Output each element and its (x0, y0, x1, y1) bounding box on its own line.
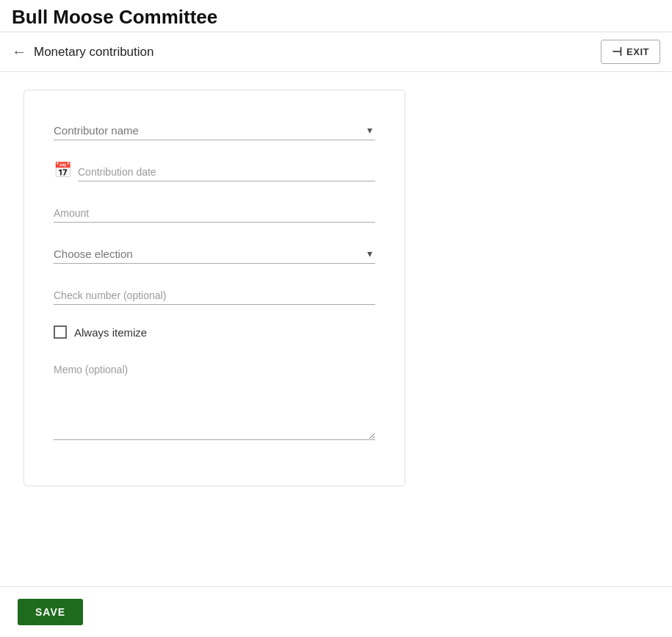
footer-bar: SAVE (0, 586, 672, 637)
choose-election-field: Choose election ▾ (54, 243, 375, 264)
always-itemize-label: Always itemize (74, 326, 147, 339)
amount-input[interactable] (54, 202, 375, 223)
page-subtitle: Monetary contribution (34, 45, 153, 60)
choose-election-select[interactable]: Choose election (54, 243, 375, 264)
exit-button[interactable]: ⊣ EXIT (601, 40, 660, 64)
date-field-row: 📅 (54, 161, 375, 181)
always-itemize-row: Always itemize (54, 325, 375, 339)
choose-election-select-wrapper: Choose election ▾ (54, 243, 375, 264)
sub-header: ← Monetary contribution ⊣ EXIT (0, 32, 672, 72)
contribution-date-input[interactable] (78, 161, 375, 181)
contributor-name-select[interactable]: Contributor name (54, 120, 375, 140)
main-content: Contributor name ▾ 📅 (0, 72, 672, 586)
form-card: Contributor name ▾ 📅 (24, 90, 405, 486)
contributor-name-select-wrapper: Contributor name ▾ (54, 120, 375, 140)
always-itemize-checkbox[interactable] (54, 325, 67, 339)
back-arrow-icon[interactable]: ← (12, 43, 26, 60)
page-wrapper: Bull Moose Committee ← Monetary contribu… (0, 0, 672, 637)
memo-textarea[interactable] (54, 359, 375, 440)
check-number-input[interactable] (54, 284, 375, 305)
exit-label: EXIT (626, 46, 649, 57)
org-title: Bull Moose Committee (12, 6, 660, 29)
calendar-icon: 📅 (54, 161, 72, 179)
amount-field (54, 202, 375, 223)
check-number-field (54, 284, 375, 305)
contribution-date-field: 📅 (54, 161, 375, 181)
sub-header-left: ← Monetary contribution (12, 43, 153, 60)
date-input-wrapper (78, 161, 375, 181)
save-button[interactable]: SAVE (18, 599, 83, 625)
memo-field (54, 359, 375, 443)
top-bar: Bull Moose Committee (0, 0, 672, 32)
exit-icon: ⊣ (612, 45, 623, 59)
contributor-name-field: Contributor name ▾ (54, 120, 375, 140)
